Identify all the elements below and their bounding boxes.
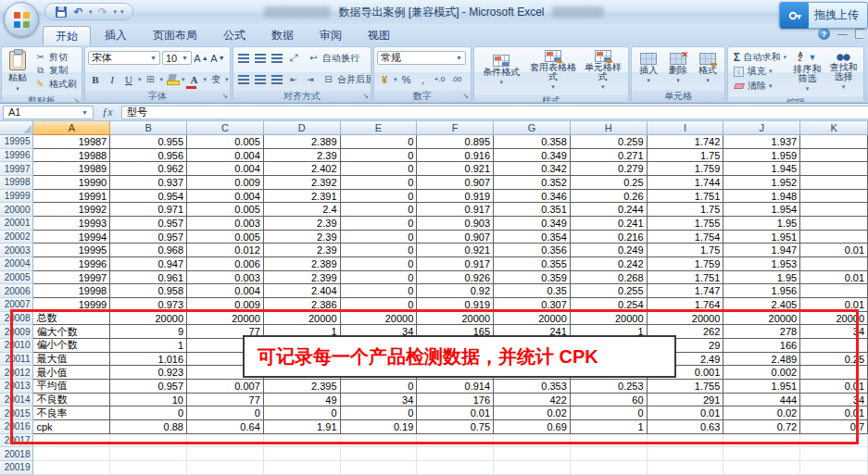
cell[interactable]: 0.916: [417, 149, 494, 163]
cell[interactable]: 49: [264, 394, 341, 407]
name-box[interactable]: A1▼: [3, 106, 94, 119]
cell[interactable]: [341, 447, 418, 461]
decrease-indent-icon[interactable]: ⇤: [286, 72, 301, 86]
row-header-20012[interactable]: 20012: [0, 366, 33, 380]
cell[interactable]: 1.755: [648, 380, 724, 394]
cell[interactable]: 0.004: [187, 190, 264, 204]
cell[interactable]: 1.951: [723, 380, 800, 394]
cell[interactable]: 0: [341, 284, 418, 298]
cell[interactable]: 0.01: [800, 271, 868, 285]
cell[interactable]: [648, 447, 724, 461]
cell[interactable]: 1.959: [723, 149, 800, 163]
cell[interactable]: 0.244: [571, 203, 648, 217]
cell[interactable]: 0.957: [110, 231, 187, 244]
cell[interactable]: 0.279: [571, 162, 648, 176]
fill-color-icon[interactable]: [165, 72, 180, 86]
undo-icon[interactable]: ↶: [71, 5, 85, 19]
cell[interactable]: 0.921: [417, 162, 494, 176]
cell[interactable]: 0.919: [417, 190, 494, 204]
cell[interactable]: 19997: [33, 271, 110, 285]
cell[interactable]: 1.759: [648, 162, 724, 176]
cell[interactable]: 1.016: [110, 353, 187, 367]
paste-dropdown-icon[interactable]: ▾: [16, 85, 19, 93]
tab-视图[interactable]: 视图: [356, 26, 402, 45]
cell[interactable]: 0.349: [494, 149, 571, 163]
cell[interactable]: 0: [341, 257, 418, 271]
select-all-corner[interactable]: [0, 121, 33, 135]
cell[interactable]: [800, 231, 868, 244]
cell[interactable]: 20000: [417, 312, 494, 326]
redo-dropdown-icon[interactable]: ▾: [114, 8, 118, 16]
cell[interactable]: 0.242: [571, 257, 648, 271]
cell[interactable]: 0.69: [494, 420, 571, 434]
row-header-20019[interactable]: 20019: [0, 461, 33, 475]
cell[interactable]: 2.392: [264, 176, 341, 190]
row-header-20004[interactable]: 20004: [0, 257, 33, 271]
insert-cells-button[interactable]: 插入▾: [637, 52, 660, 86]
cell[interactable]: [187, 447, 264, 461]
row-header-20013[interactable]: 20013: [0, 380, 33, 394]
cell[interactable]: [723, 447, 800, 461]
redo-icon[interactable]: ↷: [96, 5, 110, 19]
cell[interactable]: [800, 217, 868, 231]
cell[interactable]: 422: [494, 394, 571, 407]
cell[interactable]: 0.914: [417, 380, 494, 394]
cell[interactable]: 0.005: [187, 135, 264, 149]
cell[interactable]: 10: [110, 394, 187, 407]
fx-icon[interactable]: ƒx: [94, 106, 121, 119]
number-format-select[interactable]: 常规▼: [377, 51, 466, 65]
cell[interactable]: 176: [417, 394, 494, 407]
align-right-icon[interactable]: [270, 72, 284, 86]
row-header-20015[interactable]: 20015: [0, 406, 33, 420]
cell[interactable]: 2.39: [264, 149, 341, 163]
phonetic-icon[interactable]: 变: [208, 72, 223, 86]
cell[interactable]: 0.7: [800, 420, 868, 434]
cell[interactable]: 1.755: [648, 217, 724, 231]
cell[interactable]: 2.489: [723, 353, 800, 367]
grow-font-icon[interactable]: A▲: [194, 51, 208, 65]
cell[interactable]: 0.921: [417, 244, 494, 257]
align-top-icon[interactable]: [236, 51, 251, 65]
cell[interactable]: 0.354: [494, 231, 571, 244]
column-header-B[interactable]: B: [110, 121, 187, 135]
cell[interactable]: 0.961: [110, 271, 187, 285]
column-header-G[interactable]: G: [494, 121, 571, 135]
cell[interactable]: 0: [341, 190, 418, 204]
cell[interactable]: 0.958: [110, 284, 187, 298]
column-header-F[interactable]: F: [417, 121, 494, 135]
decrease-decimal-icon[interactable]: .00: [449, 72, 464, 86]
row-header-20008[interactable]: 20008: [0, 312, 33, 326]
align-left-icon[interactable]: [236, 72, 251, 86]
cell[interactable]: 最小值: [33, 366, 110, 380]
row-header-20000[interactable]: 20000: [0, 203, 33, 217]
cell[interactable]: 0.35: [494, 284, 571, 298]
cell[interactable]: 1.952: [723, 176, 800, 190]
cell[interactable]: 0.957: [110, 217, 187, 231]
restore-button[interactable]: [855, 29, 863, 39]
cell[interactable]: 0.268: [571, 271, 648, 285]
cell[interactable]: 0.004: [187, 284, 264, 298]
cell[interactable]: 0: [341, 406, 418, 420]
cell[interactable]: 2.4: [264, 203, 341, 217]
cell[interactable]: 0.919: [417, 298, 494, 312]
cell[interactable]: 1.95: [723, 271, 800, 285]
column-header-C[interactable]: C: [187, 121, 264, 135]
cell[interactable]: [417, 434, 494, 448]
cell[interactable]: 0.917: [417, 257, 494, 271]
cell[interactable]: 1.945: [723, 162, 800, 176]
cell[interactable]: 291: [648, 394, 724, 407]
cell[interactable]: 19991: [33, 190, 110, 204]
cell[interactable]: 1.937: [723, 135, 800, 149]
cell[interactable]: 19993: [33, 217, 110, 231]
cell[interactable]: 0.25: [571, 176, 648, 190]
cell[interactable]: 1: [571, 420, 648, 434]
cell[interactable]: 1.759: [648, 257, 724, 271]
cell[interactable]: 0.923: [110, 366, 187, 380]
cell[interactable]: [33, 447, 110, 461]
cell[interactable]: 0.19: [341, 420, 418, 434]
row-header-20011[interactable]: 20011: [0, 353, 33, 367]
cell[interactable]: 0: [187, 406, 264, 420]
cell[interactable]: 0.352: [494, 176, 571, 190]
cell[interactable]: 1.951: [723, 231, 800, 244]
cell[interactable]: 总数: [33, 312, 110, 326]
